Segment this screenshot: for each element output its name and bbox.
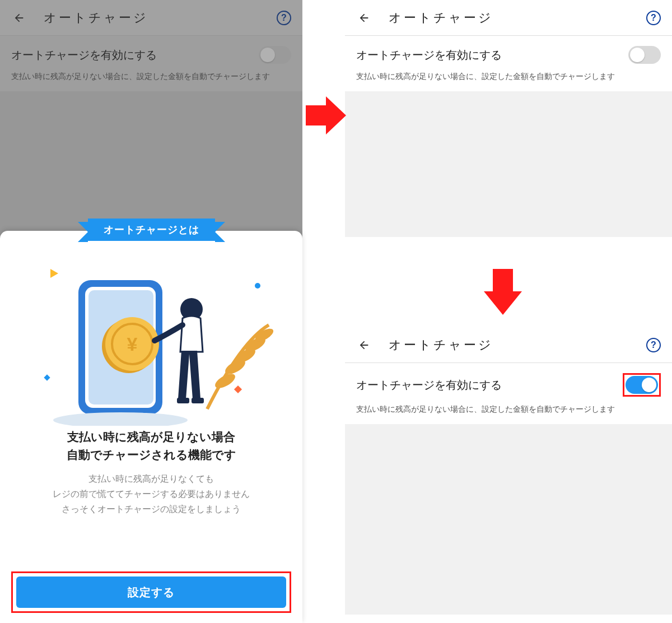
- svg-rect-18: [177, 398, 189, 403]
- autocharge-toggle-label: オートチャージを有効にする: [356, 378, 623, 393]
- toggle-highlight: [623, 373, 661, 397]
- svg-marker-0: [50, 269, 58, 278]
- sheet-ribbon: オートチャージとは: [88, 218, 215, 241]
- autocharge-toggle-label: オートチャージを有効にする: [356, 48, 628, 63]
- cta-highlight: 設定する: [11, 571, 291, 613]
- page-title: オートチャージ: [372, 10, 646, 26]
- svg-marker-21: [484, 269, 522, 315]
- help-icon[interactable]: ?: [646, 338, 661, 352]
- autocharge-toggle-off[interactable]: [628, 46, 661, 64]
- sheet-headline-line: 自動でチャージされる機能です: [67, 448, 236, 461]
- help-icon[interactable]: ?: [646, 11, 661, 25]
- sheet-sub-line: 支払い時に残高が足りなくても: [88, 474, 214, 483]
- svg-marker-20: [306, 96, 346, 134]
- autocharge-desc: 支払い時に残高が足りない場合に、設定した金額を自動でチャージします: [345, 68, 672, 91]
- autocharge-intro-sheet: オートチャージとは: [0, 231, 302, 623]
- svg-rect-19: [192, 398, 204, 403]
- autocharge-toggle-row: オートチャージを有効にする: [345, 363, 672, 401]
- svg-text:¥: ¥: [127, 333, 138, 355]
- appbar: オートチャージ ?: [345, 0, 672, 36]
- screen-autocharge-off: オートチャージ ? オートチャージを有効にする 支払い時に残高が足りない場合に、…: [345, 0, 672, 247]
- arrow-down-icon: [484, 269, 522, 315]
- back-icon[interactable]: [356, 10, 372, 26]
- sheet-headline: 支払い時に残高が足りない場合 自動でチャージされる機能です: [11, 428, 291, 463]
- svg-rect-2: [234, 385, 242, 393]
- configure-button[interactable]: 設定する: [16, 576, 286, 608]
- appbar: オートチャージ ?: [345, 327, 672, 363]
- sheet-sub-line: レジの前で慌ててチャージする必要はありません: [53, 489, 250, 499]
- sheet-headline-line: 支払い時に残高が足りない場合: [67, 430, 235, 443]
- content-area: [345, 91, 672, 237]
- screen-autocharge-on: オートチャージ ? オートチャージを有効にする 支払い時に残高が足りない場合に、…: [345, 327, 672, 623]
- page-title: オートチャージ: [372, 337, 646, 354]
- sheet-sub-line: さっそくオートチャージの設定をしましょう: [62, 504, 241, 514]
- screenshot-left: オートチャージ ? オートチャージを有効にする 支払い時に残高が足りない場合に、…: [0, 0, 302, 623]
- autocharge-toggle-row: オートチャージを有効にする: [345, 36, 672, 68]
- autocharge-toggle-on[interactable]: [626, 376, 658, 394]
- svg-rect-3: [44, 374, 50, 380]
- autocharge-desc: 支払い時に残高が足りない場合に、設定した金額を自動でチャージします: [345, 401, 672, 424]
- arrow-right-icon: [306, 96, 346, 134]
- svg-point-1: [255, 283, 260, 289]
- autocharge-illustration: ¥: [11, 247, 291, 426]
- back-icon[interactable]: [356, 337, 372, 353]
- content-area: [345, 424, 672, 615]
- sheet-subtext: 支払い時に残高が足りなくても レジの前で慌ててチャージする必要はありません さっ…: [11, 471, 291, 517]
- svg-point-12: [53, 412, 188, 426]
